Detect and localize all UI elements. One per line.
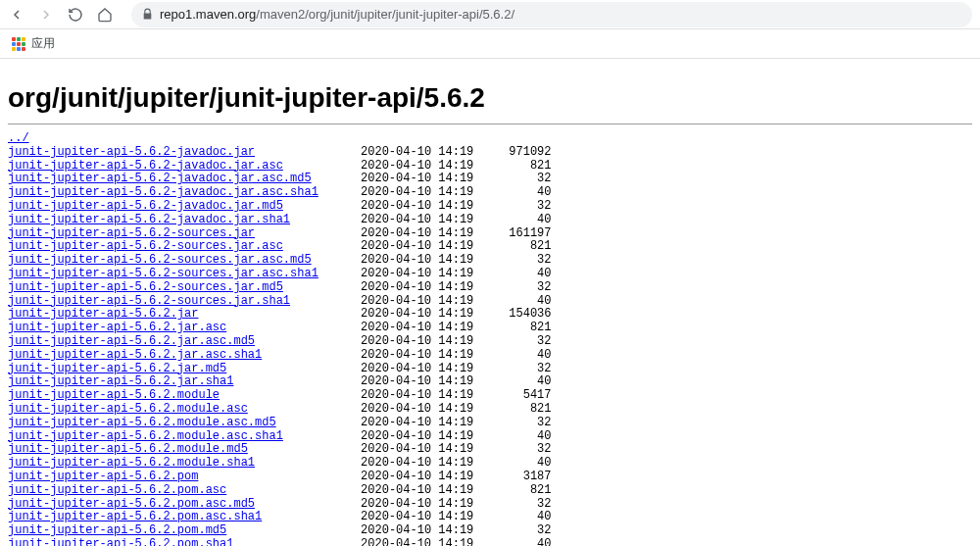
file-link[interactable]: junit-jupiter-api-5.6.2-sources.jar.asc.… xyxy=(8,253,312,267)
file-link[interactable]: junit-jupiter-api-5.6.2.pom.asc xyxy=(8,483,226,497)
parent-dir-link[interactable]: ../ xyxy=(8,131,29,145)
page-title: org/junit/jupiter/junit-jupiter-api/5.6.… xyxy=(8,82,972,114)
file-link[interactable]: junit-jupiter-api-5.6.2.pom.asc.md5 xyxy=(8,497,255,511)
file-link[interactable]: junit-jupiter-api-5.6.2-sources.jar.asc xyxy=(8,239,283,253)
file-link[interactable]: junit-jupiter-api-5.6.2.module.md5 xyxy=(8,442,248,456)
file-link[interactable]: junit-jupiter-api-5.6.2.jar.asc.md5 xyxy=(8,334,255,348)
file-link[interactable]: junit-jupiter-api-5.6.2-javadoc.jar.md5 xyxy=(8,199,283,213)
file-link[interactable]: junit-jupiter-api-5.6.2-javadoc.jar xyxy=(8,145,255,159)
file-link[interactable]: junit-jupiter-api-5.6.2.pom.asc.sha1 xyxy=(8,510,262,523)
file-link[interactable]: junit-jupiter-api-5.6.2.jar.md5 xyxy=(8,362,226,375)
reload-button[interactable] xyxy=(67,6,84,24)
apps-icon xyxy=(12,37,25,51)
file-link[interactable]: junit-jupiter-api-5.6.2.module.asc xyxy=(8,402,248,416)
divider xyxy=(8,124,972,124)
file-link[interactable]: junit-jupiter-api-5.6.2.pom xyxy=(8,470,198,483)
file-link[interactable]: junit-jupiter-api-5.6.2.jar.asc xyxy=(8,321,226,334)
directory-listing: ../ junit-jupiter-api-5.6.2-javadoc.jar … xyxy=(8,132,972,546)
apps-label: 应用 xyxy=(31,35,55,52)
page-content: org/junit/jupiter/junit-jupiter-api/5.6.… xyxy=(0,59,980,546)
file-link[interactable]: junit-jupiter-api-5.6.2-sources.jar.asc.… xyxy=(8,267,318,280)
file-link[interactable]: junit-jupiter-api-5.6.2-sources.jar.md5 xyxy=(8,280,283,294)
file-link[interactable]: junit-jupiter-api-5.6.2.module xyxy=(8,388,220,402)
bookmarks-bar: 应用 xyxy=(0,29,980,59)
browser-toolbar: repo1.maven.org/maven2/org/junit/jupiter… xyxy=(0,0,980,29)
file-link[interactable]: junit-jupiter-api-5.6.2-javadoc.jar.asc.… xyxy=(8,185,318,199)
forward-button[interactable] xyxy=(37,6,55,24)
file-link[interactable]: junit-jupiter-api-5.6.2.jar xyxy=(8,307,198,321)
file-link[interactable]: junit-jupiter-api-5.6.2.jar.asc.sha1 xyxy=(8,348,262,362)
lock-icon xyxy=(141,8,154,21)
file-link[interactable]: junit-jupiter-api-5.6.2-javadoc.jar.asc.… xyxy=(8,172,312,185)
file-link[interactable]: junit-jupiter-api-5.6.2.pom.md5 xyxy=(8,523,226,537)
file-link[interactable]: junit-jupiter-api-5.6.2.pom.sha1 xyxy=(8,537,233,546)
address-bar[interactable]: repo1.maven.org/maven2/org/junit/jupiter… xyxy=(131,2,972,27)
file-link[interactable]: junit-jupiter-api-5.6.2-javadoc.jar.sha1 xyxy=(8,213,290,226)
file-link[interactable]: junit-jupiter-api-5.6.2-sources.jar xyxy=(8,226,255,240)
file-link[interactable]: junit-jupiter-api-5.6.2.module.asc.md5 xyxy=(8,416,276,429)
file-link[interactable]: junit-jupiter-api-5.6.2.jar.sha1 xyxy=(8,374,233,388)
file-link[interactable]: junit-jupiter-api-5.6.2.module.asc.sha1 xyxy=(8,429,283,443)
home-button[interactable] xyxy=(96,6,114,24)
file-link[interactable]: junit-jupiter-api-5.6.2-javadoc.jar.asc xyxy=(8,159,283,173)
apps-shortcut[interactable]: 应用 xyxy=(12,35,55,52)
url-text[interactable]: repo1.maven.org/maven2/org/junit/jupiter… xyxy=(160,7,962,22)
file-link[interactable]: junit-jupiter-api-5.6.2-sources.jar.sha1 xyxy=(8,294,290,308)
back-button[interactable] xyxy=(8,6,25,24)
file-link[interactable]: junit-jupiter-api-5.6.2.module.sha1 xyxy=(8,456,255,470)
